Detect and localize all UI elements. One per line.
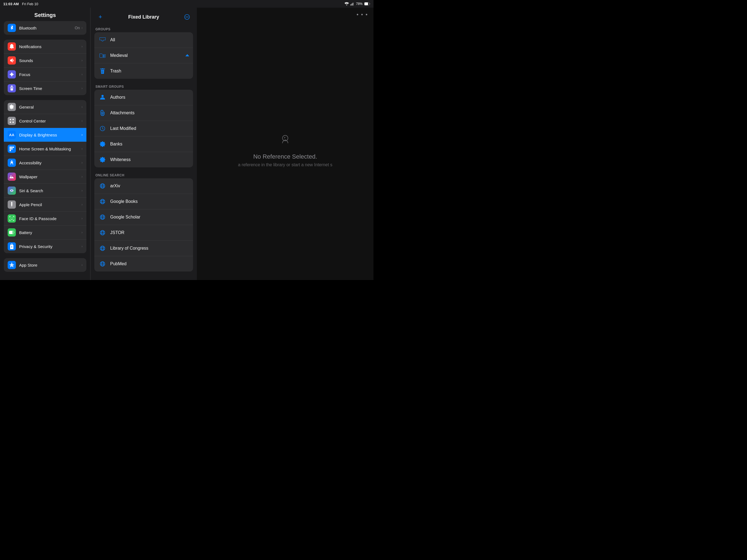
settings-item-notifications[interactable]: Notifications ›	[4, 40, 86, 54]
notifications-icon	[8, 42, 16, 51]
attachments-label: Attachments	[110, 110, 189, 116]
apple-pencil-label: Apple Pencil	[19, 202, 80, 207]
settings-item-sounds[interactable]: Sounds ›	[4, 54, 86, 68]
app-store-chevron: ›	[81, 263, 83, 267]
library-item-all[interactable]: All	[94, 32, 193, 48]
settings-group-general: General › Control Center › AA Display & …	[4, 100, 86, 253]
library-item-google-books[interactable]: Google Books	[94, 194, 193, 209]
library-item-jstor[interactable]: JSTOR	[94, 225, 193, 240]
focus-icon	[8, 70, 16, 78]
svg-point-44	[101, 262, 104, 266]
google-books-label: Google Books	[110, 199, 189, 204]
settings-item-bluetooth[interactable]: Bluetooth On ›	[4, 21, 86, 35]
svg-rect-12	[9, 148, 11, 150]
library-smart-groups: Authors Attachments Last Modified	[94, 90, 193, 167]
settings-item-focus[interactable]: Focus ›	[4, 68, 86, 81]
settings-item-wallpaper[interactable]: Wallpaper ›	[4, 170, 86, 184]
home-screen-icon	[8, 145, 16, 153]
library-more-button[interactable]	[182, 12, 192, 22]
home-screen-label: Home Screen & Multitasking	[19, 147, 80, 151]
last-modified-label: Last Modified	[110, 126, 189, 131]
whiteness-gear-icon	[98, 155, 107, 164]
svg-point-36	[101, 199, 104, 204]
no-reference-title: No Reference Selected.	[253, 153, 317, 160]
pubmed-globe-icon	[98, 259, 107, 268]
accessibility-label: Accessibility	[19, 160, 80, 165]
groups-section-label: GROUPS	[91, 26, 197, 32]
svg-rect-4	[364, 2, 368, 5]
svg-point-21	[12, 218, 13, 218]
settings-title: Settings	[0, 8, 90, 21]
svg-point-30	[103, 56, 104, 56]
settings-item-privacy[interactable]: Privacy & Security ›	[4, 239, 86, 253]
screen-time-label: Screen Time	[19, 86, 80, 91]
smart-groups-section-label: SMART GROUPS	[91, 83, 197, 90]
no-reference-subtitle: a reference in the library or start a ne…	[238, 162, 332, 167]
trash-icon	[98, 67, 107, 75]
library-item-trash[interactable]: Trash	[94, 63, 193, 79]
svg-rect-1	[352, 4, 352, 5]
jstor-globe-icon	[98, 228, 107, 237]
library-item-last-modified[interactable]: Last Modified	[94, 121, 193, 136]
library-groups: All Medieval Tras	[94, 32, 193, 79]
whiteness-label: Whiteness	[110, 157, 189, 162]
library-item-medieval[interactable]: Medieval	[94, 48, 193, 63]
siri-chevron: ›	[81, 189, 83, 193]
library-item-whiteness[interactable]: Whiteness	[94, 152, 193, 167]
library-item-attachments[interactable]: Attachments	[94, 105, 193, 121]
authors-label: Authors	[110, 95, 189, 100]
settings-item-general[interactable]: General ›	[4, 100, 86, 114]
library-item-google-scholar[interactable]: Google Scholar	[94, 209, 193, 225]
settings-item-control-center[interactable]: Control Center ›	[4, 114, 86, 128]
library-header: + Fixed Library	[91, 8, 197, 26]
general-icon	[8, 103, 16, 111]
settings-item-accessibility[interactable]: Accessibility ›	[4, 156, 86, 170]
svg-point-26	[186, 17, 186, 18]
siri-icon	[8, 186, 16, 195]
settings-item-battery[interactable]: Battery ›	[4, 226, 86, 239]
library-add-button[interactable]: +	[96, 12, 105, 22]
screen-time-chevron: ›	[81, 86, 83, 90]
inbox-icon	[98, 35, 107, 44]
notifications-label: Notifications	[19, 44, 80, 49]
arxiv-globe-icon	[98, 182, 107, 190]
bluetooth-chevron: ›	[81, 26, 83, 30]
wallpaper-icon	[8, 173, 16, 181]
detail-panel: • • • No Reference Selected. a reference…	[197, 8, 374, 280]
pubmed-label: PubMed	[110, 261, 189, 266]
settings-item-home-screen[interactable]: Home Screen & Multitasking ›	[4, 142, 86, 156]
settings-item-app-store[interactable]: App Store ›	[4, 258, 86, 272]
detail-toolbar: • • •	[197, 8, 374, 22]
person-icon	[98, 93, 107, 102]
settings-item-siri[interactable]: Siri & Search ›	[4, 184, 86, 198]
notifications-chevron: ›	[81, 45, 83, 48]
apple-pencil-chevron: ›	[81, 203, 83, 206]
settings-item-face-id[interactable]: Face ID & Passcode ›	[4, 212, 86, 226]
library-item-arxiv[interactable]: arXiv	[94, 178, 193, 194]
face-id-chevron: ›	[81, 217, 83, 221]
banks-label: Banks	[110, 142, 189, 147]
library-item-authors[interactable]: Authors	[94, 90, 193, 105]
library-item-library-of-congress[interactable]: Library of Congress	[94, 240, 193, 256]
signal-icon	[351, 2, 354, 5]
accessibility-icon	[8, 159, 16, 167]
settings-item-apple-pencil[interactable]: Apple Pencil ›	[4, 198, 86, 212]
svg-point-31	[101, 95, 104, 97]
battery-percentage: 78%	[356, 2, 363, 6]
battery-icon	[364, 2, 370, 5]
svg-point-7	[10, 122, 11, 123]
settings-group-notif: Notifications › Sounds › Focus ›	[4, 40, 86, 95]
settings-item-display[interactable]: AA Display & Brightness ›	[4, 128, 86, 142]
svg-rect-14	[9, 150, 11, 151]
settings-item-screen-time[interactable]: Screen Time ›	[4, 81, 86, 95]
battery-settings-icon	[8, 228, 16, 236]
library-item-banks[interactable]: Banks	[94, 136, 193, 152]
detail-more-button[interactable]: • • •	[357, 11, 368, 18]
control-center-icon	[8, 117, 16, 125]
svg-point-15	[11, 160, 12, 161]
bluetooth-value: On	[75, 26, 80, 30]
svg-point-6	[12, 119, 14, 120]
battery-chevron: ›	[81, 230, 83, 234]
all-label: All	[110, 37, 189, 42]
library-item-pubmed[interactable]: PubMed	[94, 256, 193, 272]
